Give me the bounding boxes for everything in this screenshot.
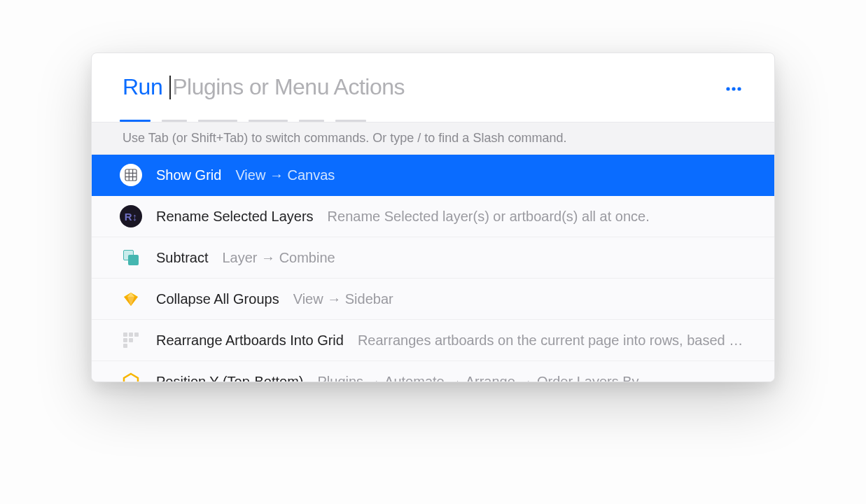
sketch-diamond-icon [120, 288, 142, 310]
svg-point-0 [726, 87, 729, 90]
svg-marker-10 [124, 297, 138, 306]
command-tab-indicator[interactable] [120, 120, 151, 122]
result-description: Rearranges artboards on the current page… [358, 332, 746, 349]
dots-horizontal-icon [726, 81, 741, 94]
svg-point-2 [737, 87, 741, 90]
svg-rect-13 [134, 332, 139, 337]
result-title: Collapse All Groups [156, 291, 279, 307]
result-title: Rearrange Artboards Into Grid [156, 332, 344, 349]
svg-rect-16 [123, 344, 127, 348]
result-row[interactable]: Position Y (Top-Bottom)Plugins → Automat… [92, 361, 774, 382]
svg-rect-14 [123, 338, 127, 342]
result-description: Layer → Combine [222, 250, 746, 266]
result-row[interactable]: Rearrange Artboards Into GridRearranges … [92, 320, 774, 361]
result-row[interactable]: Collapse All GroupsView → Sidebar [92, 279, 774, 320]
svg-rect-11 [123, 332, 127, 337]
svg-rect-15 [129, 338, 133, 342]
command-prefix: Run [123, 76, 162, 98]
palette-header: Run Plugins or Menu Actions [92, 53, 774, 122]
text-cursor [169, 76, 171, 99]
result-description: View → Canvas [235, 167, 746, 183]
command-input[interactable]: Run Plugins or Menu Actions [123, 76, 724, 99]
svg-marker-17 [124, 374, 138, 382]
command-palette: Run Plugins or Menu Actions Use Tab (or … [91, 52, 775, 382]
svg-rect-12 [129, 332, 133, 337]
command-tab-indicator[interactable] [299, 120, 324, 122]
rearrange-grid-icon [120, 329, 142, 351]
hexagon-icon [120, 370, 142, 382]
command-tab-indicator[interactable] [335, 120, 366, 122]
result-title: Position Y (Top-Bottom) [156, 374, 303, 382]
result-title: Rename Selected Layers [156, 209, 314, 225]
svg-point-1 [732, 87, 735, 90]
subtract-icon [120, 246, 142, 269]
grid-icon [120, 164, 142, 186]
result-description: View → Sidebar [293, 291, 746, 307]
command-tab-indicator[interactable] [198, 120, 237, 122]
result-row[interactable]: Show GridView → Canvas [92, 155, 774, 196]
result-description: Rename Selected layer(s) or artboard(s) … [328, 209, 746, 225]
result-title: Subtract [156, 250, 208, 266]
command-tab-strip [120, 120, 366, 122]
hint-bar: Use Tab (or Shift+Tab) to switch command… [92, 122, 774, 155]
command-tab-indicator[interactable] [249, 120, 288, 122]
result-row[interactable]: SubtractLayer → Combine [92, 237, 774, 279]
svg-rect-3 [125, 169, 137, 181]
rename-plugin-icon: R↕ [120, 205, 142, 227]
result-title: Show Grid [156, 167, 221, 183]
result-row[interactable]: R↕Rename Selected LayersRename Selected … [92, 196, 774, 237]
command-placeholder: Plugins or Menu Actions [172, 76, 405, 98]
command-tab-indicator[interactable] [162, 120, 187, 122]
results-list: Show GridView → CanvasR↕Rename Selected … [92, 155, 774, 382]
more-options-button[interactable] [724, 78, 743, 97]
result-description: Plugins → Automate → Arrange → Order Lay… [317, 374, 746, 382]
